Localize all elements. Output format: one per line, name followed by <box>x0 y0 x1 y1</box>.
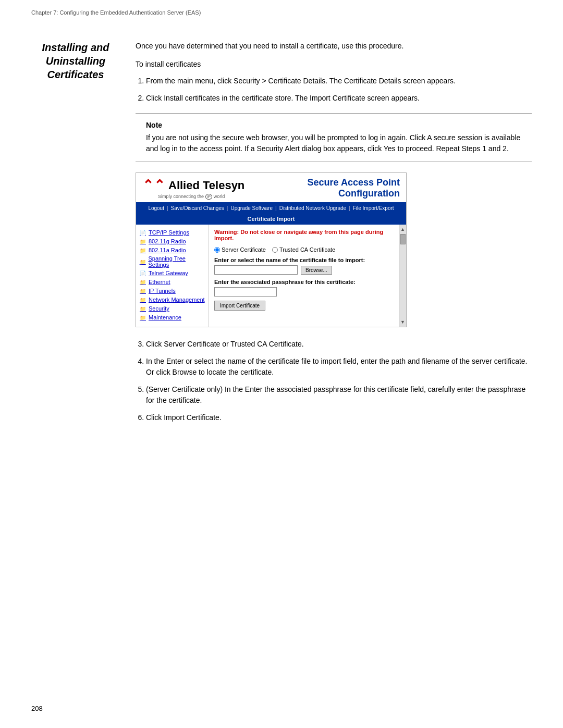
note-body: If you are not using the secure web brow… <box>146 132 521 154</box>
steps-list: From the main menu, click Security > Cer… <box>146 76 532 104</box>
step-3: Click Server Certificate or Trusted CA C… <box>146 339 532 350</box>
sidebar-item-security[interactable]: 📁 Security <box>139 305 205 312</box>
sidebar-item-spanning[interactable]: 📁 Spanning Tree Settings <box>139 255 205 268</box>
sidebar-item-netmgmt[interactable]: 📁 Network Management <box>139 296 205 303</box>
page-footer: 208 <box>31 705 43 712</box>
step-6: Click Import Certificate. <box>146 412 532 423</box>
import-certificate-button[interactable]: Import Certificate <box>214 301 265 311</box>
file-field-label: Enter or select the name of the certific… <box>214 257 394 263</box>
folder-icon: 📁 <box>139 278 146 286</box>
page-icon: 📄 <box>139 269 146 277</box>
chapter-label: Chapter 7: Configuring the Embedded Auth… <box>31 9 201 16</box>
folder-icon: 📁 <box>139 287 146 294</box>
scrollbar[interactable]: ▲ ▼ <box>399 225 406 327</box>
file-input[interactable] <box>214 265 298 275</box>
logo-chevron-icon: ⌃⌃ <box>142 177 165 193</box>
sidebar-item-80211a[interactable]: 📁 802.11a Radio <box>139 246 205 254</box>
sidebar: 📄 TCP/IP Settings 📁 802.11g Radio 📁 802.… <box>136 225 209 327</box>
nav-sub-label: Certificate Import <box>247 216 295 222</box>
step-4: In the Enter or select the name of the c… <box>146 356 532 378</box>
screenshot-body: 📄 TCP/IP Settings 📁 802.11g Radio 📁 802.… <box>136 225 406 327</box>
header-title-main: Secure Access Point <box>308 177 400 188</box>
sidebar-item-tcpip[interactable]: 📄 TCP/IP Settings <box>139 229 205 236</box>
folder-icon: 📁 <box>139 314 146 321</box>
radio-trusted-ca[interactable]: Trusted CA Certificate <box>272 246 335 253</box>
nav-file[interactable]: File Import/Export <box>350 205 397 212</box>
folder-icon: 📁 <box>139 238 146 245</box>
warning-text: Warning: Do not close or navigate away f… <box>214 229 394 241</box>
folder-icon: 📁 <box>139 305 146 312</box>
section-title: Installing and Uninstalling Certificates <box>31 41 120 81</box>
sidebar-item-telnet[interactable]: 📄 Telnet Gateway <box>139 269 205 277</box>
nav-save[interactable]: Save/Discard Changes <box>168 205 227 212</box>
intro-text: Once you have determined that you need t… <box>136 41 532 52</box>
steps-list-continued: Click Server Certificate or Trusted CA C… <box>146 339 532 423</box>
scroll-thumb[interactable] <box>400 234 406 244</box>
note-box: Note If you are not using the secure web… <box>136 113 532 162</box>
sidebar-item-iptunnels[interactable]: 📁 IP Tunnels <box>139 287 205 294</box>
nav-bar: Logout | Save/Discard Changes | Upgrade … <box>136 203 406 213</box>
passphrase-label: Enter the associated passphrase for this… <box>214 279 394 285</box>
screenshot-header: ⌃⌃ Allied Telesyn Simply connecting the … <box>136 173 406 203</box>
logo-brand: ⌃⌃ Allied Telesyn <box>142 177 244 193</box>
folder-icon: 📁 <box>139 258 146 265</box>
sidebar-item-ethernet[interactable]: 📁 Ethernet <box>139 278 205 286</box>
header-title-sub: Configuration <box>308 188 400 199</box>
page-icon: 📄 <box>139 229 146 236</box>
logo-area: ⌃⌃ Allied Telesyn Simply connecting the … <box>142 177 244 199</box>
page-header: Chapter 7: Configuring the Embedded Auth… <box>0 0 563 20</box>
browse-button[interactable]: Browse... <box>301 266 332 275</box>
page-content: Installing and Uninstalling Certificates… <box>0 20 563 463</box>
screenshot-box: ⌃⌃ Allied Telesyn Simply connecting the … <box>136 172 407 327</box>
left-column: Installing and Uninstalling Certificates <box>31 41 136 431</box>
main-area: Warning: Do not close or navigate away f… <box>209 225 399 327</box>
right-column: Once you have determined that you need t… <box>136 41 532 431</box>
step-5: (Server Certificate only) In the Enter t… <box>146 384 532 406</box>
logo-tagline: Simply connecting the IP world <box>158 194 225 199</box>
procedure-label: To install certificates <box>136 60 532 68</box>
passphrase-input[interactable] <box>214 287 277 297</box>
scroll-up-arrow[interactable]: ▲ <box>400 226 405 233</box>
header-title: Secure Access Point Configuration <box>308 177 400 199</box>
sidebar-item-maintenance[interactable]: 📁 Maintenance <box>139 314 205 321</box>
sidebar-item-80211g[interactable]: 📁 802.11g Radio <box>139 238 205 245</box>
folder-icon: 📁 <box>139 296 146 303</box>
note-title: Note <box>146 121 521 129</box>
page-number: 208 <box>31 705 43 712</box>
radio-server-cert[interactable]: Server Certificate <box>214 246 266 253</box>
step-1: From the main menu, click Security > Cer… <box>146 76 532 87</box>
nav-sub-bar: Certificate Import <box>136 213 406 225</box>
scroll-down-arrow[interactable]: ▼ <box>400 318 405 326</box>
file-input-row: Browse... <box>214 265 394 275</box>
nav-upgrade[interactable]: Upgrade Software <box>228 205 275 212</box>
radio-row: Server Certificate Trusted CA Certificat… <box>214 246 394 253</box>
folder-icon: 📁 <box>139 246 146 254</box>
nav-logout[interactable]: Logout <box>145 205 167 212</box>
nav-distributed[interactable]: Distributed Network Upgrade <box>277 205 349 212</box>
step-2: Click Install certificates in the certif… <box>146 93 532 104</box>
